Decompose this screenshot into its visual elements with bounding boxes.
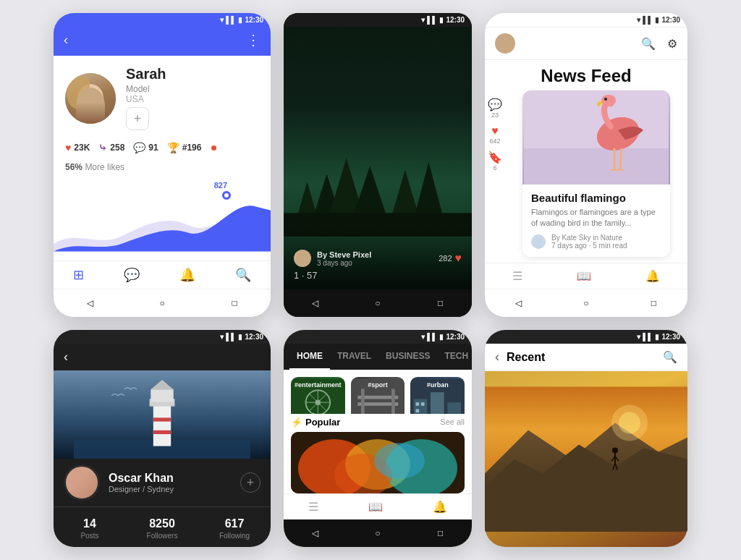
tab-travel[interactable]: TRAVEL [330, 344, 378, 370]
android-nav-5: ◁ ○ □ [284, 519, 472, 547]
nav-recents[interactable]: □ [226, 295, 242, 311]
android-nav-3: ◁ ○ □ [485, 289, 687, 317]
tab-home[interactable]: HOME [289, 344, 330, 370]
oscar-header: ‹ [54, 344, 271, 370]
cat-urban[interactable]: #urban Follow [410, 377, 465, 414]
back-button[interactable]: ‹ [64, 33, 68, 48]
nav-recents-2[interactable]: □ [433, 295, 449, 311]
oscar-avatar [64, 464, 100, 501]
menu-icon-5[interactable]: ☰ [308, 500, 318, 514]
avatar [65, 73, 116, 124]
svg-rect-39 [421, 402, 425, 406]
posts-count: 14 [54, 517, 126, 530]
flamingo-img [522, 90, 670, 184]
nav-bell-icon[interactable]: 🔔 [179, 267, 195, 283]
nav-recents-3[interactable]: □ [645, 295, 661, 311]
heart-icon-2: ♥ [455, 252, 462, 265]
like-action[interactable]: ♥ 642 [489, 124, 500, 145]
likes-count: 23K [74, 143, 90, 153]
svg-point-11 [604, 98, 607, 101]
nav-back[interactable]: ◁ [82, 295, 98, 311]
book-icon[interactable]: 📖 [577, 269, 591, 283]
nav-search-icon[interactable]: 🔍 [235, 267, 251, 283]
read-time: 5 min read [593, 242, 627, 250]
phone-sarah-profile: ▾ ▌▌ ▮ 12:30 ‹ ⋮ Sarah Model [54, 13, 271, 317]
cat3-label: #urban [427, 381, 449, 389]
nav-chat-icon[interactable]: 💬 [124, 267, 140, 283]
bell-icon-5[interactable]: 🔔 [433, 500, 447, 514]
more-button[interactable]: ⋮ [246, 31, 261, 48]
status-bar-1: ▾ ▌▌ ▮ 12:30 [54, 13, 271, 27]
comment-action[interactable]: 💬 23 [488, 98, 502, 119]
nav-home-2[interactable]: ○ [370, 295, 386, 311]
menu-icon-3[interactable]: ☰ [512, 269, 522, 283]
card-body: Beautiful flamingo Flamingos or flamingo… [522, 184, 670, 257]
cat-sport[interactable]: #sport Follow [351, 377, 405, 414]
svg-rect-20 [153, 430, 171, 434]
tab-business[interactable]: BUSINESS [378, 344, 437, 370]
profile-info: Sarah Model USA + [126, 66, 259, 130]
card-wrapper: 💬 23 ♥ 642 🔖 6 [485, 90, 687, 257]
popular-card[interactable]: Discovering the Beuaty of Street Art wit… [291, 432, 465, 494]
following-label: Following [198, 532, 271, 540]
phone5-tabs: HOME TRAVEL BUSINESS TECH [284, 344, 472, 370]
tab-tech[interactable]: TECH [437, 344, 472, 370]
news-card-1[interactable]: Beautiful flamingo Flamingos or flamingo… [522, 90, 670, 257]
svg-rect-38 [416, 402, 420, 406]
svg-rect-32 [361, 389, 365, 413]
trophy-icon: 🏆 [167, 142, 179, 153]
lighthouse-svg [54, 370, 271, 459]
author-avatar [294, 250, 311, 267]
back-button-6[interactable]: ‹ [495, 349, 499, 365]
user-location: USA [126, 94, 259, 104]
svg-point-10 [601, 95, 616, 106]
landscape-svg [485, 371, 687, 547]
time-2: 12:30 [446, 16, 465, 24]
signal-icon-6: ▌▌ [643, 333, 653, 341]
nav-back-3[interactable]: ◁ [511, 295, 527, 311]
search-icon-6[interactable]: 🔍 [663, 350, 677, 364]
nav-back-2[interactable]: ◁ [307, 295, 323, 311]
see-all-button[interactable]: See all [440, 417, 465, 426]
chart-svg [54, 175, 271, 260]
svg-rect-37 [448, 402, 462, 413]
add-button[interactable]: + [126, 107, 149, 130]
bookmark-action[interactable]: 🔖 6 [488, 150, 502, 171]
book-icon-5[interactable]: 📖 [368, 500, 383, 514]
followers-label: Followers [126, 532, 198, 540]
time-6: 12:30 [661, 333, 680, 341]
oscar-stats: 14 Posts 8250 Followers 617 Following [54, 506, 271, 547]
svg-rect-40 [416, 410, 420, 413]
nav-home-3[interactable]: ○ [578, 295, 594, 311]
time-5: 12:30 [446, 333, 465, 341]
status-bar-6: ▾ ▌▌ ▮ 12:30 [485, 330, 687, 344]
wifi-icon-4: ▾ [220, 333, 224, 341]
nav-home[interactable]: ○ [154, 295, 170, 311]
signal-icon-3: ▌▌ [643, 16, 653, 24]
recent-header: ‹ Recent 🔍 [485, 344, 687, 371]
bell-icon-3[interactable]: 🔔 [645, 269, 660, 283]
profile-section: Sarah Model USA + [54, 56, 271, 137]
bookmark-count: 6 [488, 164, 502, 171]
svg-line-13 [620, 148, 622, 170]
nav-back-5[interactable]: ◁ [307, 525, 323, 541]
search-icon-3[interactable]: 🔍 [641, 37, 656, 51]
nav-home-icon[interactable]: ⊞ [73, 267, 84, 283]
cat-entertainment[interactable]: #entertainment Follow [291, 377, 345, 414]
share-icon: ⤷ [98, 142, 107, 153]
nav-recents-5[interactable]: □ [433, 525, 449, 541]
svg-rect-17 [151, 389, 173, 402]
filter-icon[interactable]: ⚙ [667, 37, 677, 51]
status-bar-2: ▾ ▌▌ ▮ 12:30 [284, 13, 472, 27]
news-header: 🔍 ⚙ [485, 27, 687, 60]
nav-home-5[interactable]: ○ [370, 525, 386, 541]
recent-landscape [485, 371, 687, 547]
time-1: 12:30 [245, 16, 263, 24]
author-name-3: By Kate Sky in Nature [551, 234, 627, 242]
popular-header: ⚡ Popular See all [284, 414, 472, 432]
status-bar-4: ▾ ▌▌ ▮ 12:30 [54, 330, 271, 344]
back-button-4[interactable]: ‹ [64, 349, 68, 365]
oscar-add-button[interactable]: + [240, 472, 261, 493]
likes-row: 56% More likes [54, 159, 271, 175]
svg-rect-35 [414, 399, 428, 413]
